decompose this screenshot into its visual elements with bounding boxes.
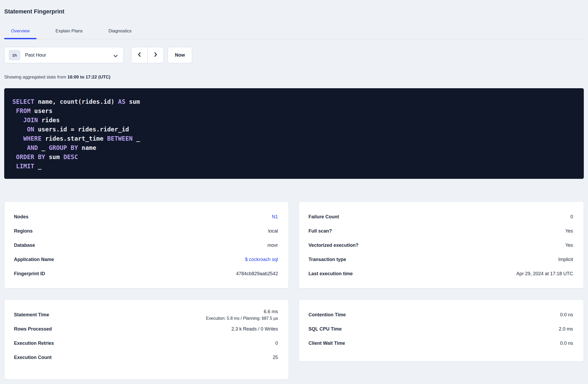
card-row: Contention Time0.0 ns	[308, 308, 573, 322]
card-row: Statement Time6.6 msExecution: 5.8 ms / …	[14, 308, 278, 322]
card-row-value-group: 4784cb829aab2542	[236, 271, 278, 277]
chevron-left-icon	[137, 52, 142, 58]
card-row-label: Application Name	[14, 257, 54, 262]
sql-keyword: DESC	[63, 154, 78, 160]
card-row-label: Database	[14, 243, 35, 248]
card-row-value-group: Implicit	[558, 257, 573, 262]
card-row-label: Fingerprint ID	[14, 271, 45, 277]
sql-keyword: SELECT	[12, 98, 34, 105]
card-row-value: local	[268, 228, 278, 234]
card-row: Vectorized execution?Yes	[308, 238, 573, 252]
card-row-label: Execution Retries	[14, 341, 54, 346]
status-prefix: Showing aggregated stats from	[4, 75, 66, 80]
card-row-value-group: local	[268, 228, 278, 234]
card-row-value-group: Yes	[565, 228, 573, 234]
card-row-link-value[interactable]: N1	[272, 214, 278, 220]
card-row-value-group: 6.6 msExecution: 5.8 ms / Planning: 687.…	[206, 309, 278, 321]
card-row: Rows Processed2.3 k Reads / 0 Writes	[14, 322, 278, 336]
card-row-value: 0	[275, 341, 278, 346]
card-row-label: Rows Processed	[14, 326, 52, 332]
sql-keyword: AS	[118, 98, 126, 105]
statement-time-card: Statement Time6.6 msExecution: 5.8 ms / …	[4, 299, 289, 380]
sql-text: _	[133, 135, 140, 142]
card-row-value-group: 25	[273, 355, 278, 360]
tab-overview[interactable]: Overview	[4, 28, 37, 39]
sql-line: SELECT name, count(rides.id) AS sum	[12, 97, 576, 106]
card-row: SQL CPU Time2.0 ms	[308, 322, 573, 336]
card-row-value: Yes	[565, 243, 573, 248]
sql-keyword: AND	[27, 144, 38, 151]
card-row-value: Implicit	[558, 257, 573, 262]
previous-time-range-button[interactable]	[131, 47, 147, 63]
card-row-value: 0	[570, 214, 573, 220]
card-row-label: Regions	[14, 228, 33, 234]
card-row-value-group: Yes	[565, 243, 573, 248]
sql-line: ON users.id = rides.rider_id	[12, 125, 576, 134]
card-row: Execution Retries0	[14, 336, 278, 350]
card-row-value: 2.3 k Reads / 0 Writes	[231, 326, 278, 332]
card-row: NodesN1	[14, 210, 278, 224]
page-title: Statement Fingerprint	[4, 8, 584, 15]
card-row-value: 0.0 ns	[560, 341, 573, 346]
card-row: Fingerprint ID4784cb829aab2542	[14, 267, 278, 281]
card-row: Execution Count25	[14, 350, 278, 365]
sql-keyword: ORDER BY	[16, 154, 45, 160]
card-row-value: 4784cb829aab2542	[236, 271, 278, 277]
card-row-label: Contention Time	[308, 312, 346, 318]
card-row: Application Name$ cockroach sql	[14, 252, 278, 267]
card-row-value: 25	[273, 355, 278, 360]
statement-fingerprint-page: Statement Fingerprint OverviewExplain Pl…	[0, 0, 588, 384]
card-row-value-group: N1	[272, 214, 278, 220]
sql-text: users	[31, 107, 52, 114]
card-row-value: Apr 29, 2024 at 17:18 UTC	[516, 271, 573, 277]
time-controls: 1h Past Hour Now	[4, 47, 584, 63]
card-row-value-group: 0	[275, 341, 278, 346]
sql-line: WHERE rides.start_time BETWEEN _	[12, 134, 576, 143]
time-range-picker[interactable]: 1h Past Hour	[4, 47, 124, 63]
time-range-label: Past Hour	[25, 52, 46, 58]
card-row-value: 0.0 ns	[560, 312, 573, 318]
sql-text: sum	[45, 154, 63, 160]
sql-keyword: BETWEEN	[107, 135, 133, 142]
card-row-label: Transaction type	[308, 257, 346, 262]
sql-keyword: LIMIT	[16, 163, 34, 170]
card-row-value: 2.0 ms	[559, 326, 573, 332]
aggregated-stats-status: Showing aggregated stats from 16:00 to 1…	[4, 74, 584, 80]
sql-text: name	[78, 144, 96, 151]
sql-keyword: FROM	[16, 107, 31, 114]
sql-line: LIMIT _	[12, 162, 576, 171]
card-row-value-group: 2.0 ms	[559, 326, 573, 332]
card-row: Last execution timeApr 29, 2024 at 17:18…	[308, 267, 573, 281]
card-row-label: Full scan?	[308, 228, 332, 234]
card-row-label: SQL CPU Time	[308, 326, 342, 332]
card-row-link-value[interactable]: $ cockroach sql	[245, 257, 278, 262]
wait-time-card: Contention Time0.0 nsSQL CPU Time2.0 msC…	[299, 299, 584, 362]
card-row-subvalue: Execution: 5.8 ms / Planning: 687.5 µs	[206, 316, 278, 321]
sql-keyword: JOIN	[23, 117, 38, 124]
statement-details-card: NodesN1RegionslocalDatabasemovrApplicati…	[4, 201, 289, 288]
tab-diagnostics[interactable]: Diagnostics	[102, 28, 138, 39]
status-time-range: 16:00 to 17:22 (UTC)	[67, 75, 110, 80]
card-row-label: Statement Time	[14, 312, 49, 318]
time-range-pager	[131, 47, 164, 63]
sql-text: rides	[38, 117, 60, 124]
sql-line: ORDER BY sum DESC	[12, 152, 576, 162]
sql-text: name, count(rides.id)	[34, 98, 118, 105]
next-time-range-button[interactable]	[147, 47, 163, 63]
card-row-value-group: $ cockroach sql	[245, 257, 278, 262]
card-row-value-group: 0.0 ns	[560, 312, 573, 318]
card-row: Databasemovr	[14, 238, 278, 252]
card-row-value-group: Apr 29, 2024 at 17:18 UTC	[516, 271, 573, 277]
card-row: Regionslocal	[14, 224, 278, 238]
card-row: Transaction typeImplicit	[308, 252, 573, 267]
sql-statement-box: SELECT name, count(rides.id) AS sumFROM …	[4, 88, 584, 179]
sql-keyword: GROUP BY	[49, 144, 78, 151]
tab-explain-plans[interactable]: Explain Plans	[49, 28, 89, 39]
card-row: Failure Count0	[308, 210, 573, 224]
card-row: Client Wait Time0.0 ns	[308, 336, 573, 350]
now-button[interactable]: Now	[168, 47, 192, 63]
tab-bar: OverviewExplain PlansDiagnostics	[4, 28, 584, 39]
sql-text: users.id = rides.rider_id	[34, 126, 129, 133]
sql-text: rides.start_time	[42, 135, 107, 142]
overview-cards-row: NodesN1RegionslocalDatabasemovrApplicati…	[4, 201, 584, 288]
